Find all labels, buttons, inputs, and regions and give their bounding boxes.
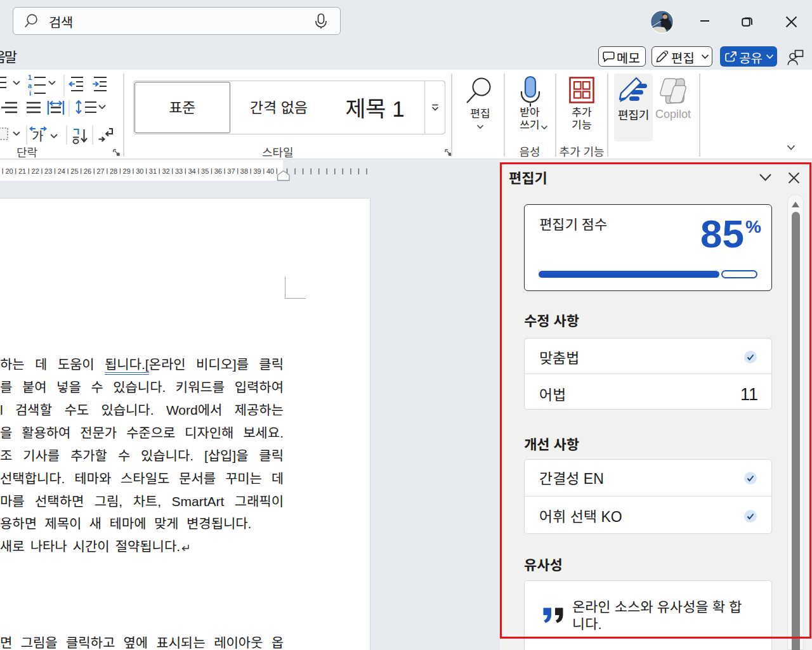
svg-text:23: 23 [44, 167, 52, 175]
svg-text:27: 27 [96, 167, 104, 175]
svg-text:22: 22 [32, 167, 39, 175]
svg-text:37: 37 [227, 167, 235, 175]
svg-text:26: 26 [84, 167, 91, 175]
svg-text:40: 40 [266, 167, 274, 175]
svg-text:28: 28 [110, 167, 117, 175]
svg-text:39: 39 [253, 167, 261, 175]
svg-text:20: 20 [5, 167, 13, 175]
svg-text:33: 33 [175, 167, 183, 175]
svg-text:29: 29 [123, 167, 131, 175]
svg-text:36: 36 [214, 167, 222, 175]
svg-text:25: 25 [70, 167, 78, 175]
svg-text:34: 34 [188, 167, 195, 175]
svg-text:31: 31 [149, 167, 157, 175]
svg-text:38: 38 [240, 167, 248, 175]
svg-text:30: 30 [136, 167, 143, 175]
svg-text:24: 24 [58, 167, 65, 175]
svg-text:21: 21 [18, 167, 26, 175]
svg-text:35: 35 [201, 167, 209, 175]
svg-text:32: 32 [162, 167, 169, 175]
